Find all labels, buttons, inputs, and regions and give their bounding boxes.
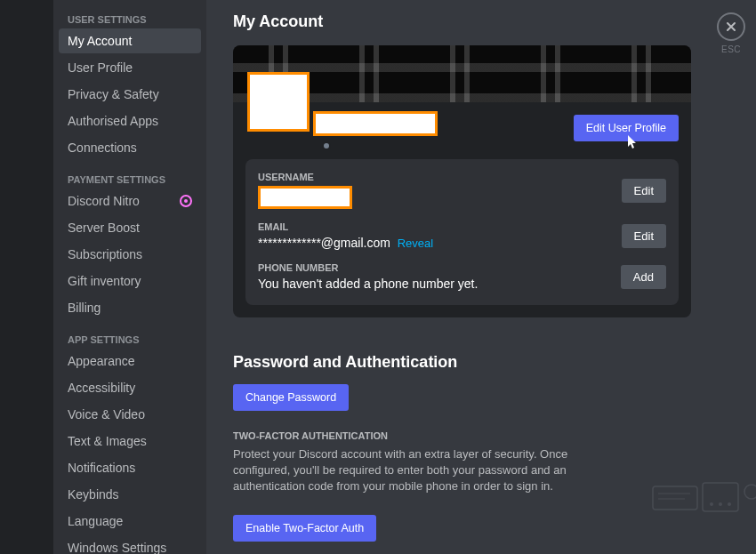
avatar[interactable] bbox=[247, 72, 310, 132]
enable-twofa-button[interactable]: Enable Two-Factor Auth bbox=[233, 515, 376, 542]
sidebar-item-label: Discord Nitro bbox=[68, 194, 140, 208]
sidebar-item-label: Server Boost bbox=[68, 221, 140, 235]
sidebar-item-user-profile[interactable]: User Profile bbox=[59, 55, 201, 80]
sidebar-item-appearance[interactable]: Appearance bbox=[59, 349, 201, 373]
sidebar-item-label: Voice & Video bbox=[68, 407, 145, 422]
svg-rect-1 bbox=[703, 483, 738, 511]
guild-rail bbox=[0, 0, 53, 554]
sidebar-item-label: Notifications bbox=[68, 461, 135, 475]
twofa-illustration bbox=[649, 479, 756, 515]
sidebar-item-privacy-safety[interactable]: Privacy & Safety bbox=[59, 82, 201, 107]
close-label: ESC bbox=[717, 44, 745, 54]
sidebar-item-label: Subscriptions bbox=[68, 247, 142, 261]
sidebar-item-label: My Account bbox=[68, 34, 132, 48]
username-value bbox=[258, 186, 352, 209]
nitro-icon bbox=[180, 195, 192, 207]
status-icon bbox=[322, 141, 331, 150]
sidebar-item-language[interactable]: Language bbox=[59, 509, 201, 534]
sidebar-item-voice-video[interactable]: Voice & Video bbox=[59, 402, 201, 427]
svg-point-6 bbox=[719, 502, 722, 506]
page-title: My Account bbox=[233, 12, 720, 31]
svg-rect-0 bbox=[653, 486, 697, 510]
edit-user-profile-button[interactable]: Edit User Profile bbox=[574, 115, 679, 141]
close-icon bbox=[725, 20, 737, 33]
twofa-label: TWO-FACTOR AUTHENTICATION bbox=[233, 430, 720, 441]
phone-label: PHONE NUMBER bbox=[258, 262, 478, 273]
username-label: USERNAME bbox=[258, 172, 352, 182]
edit-username-button[interactable]: Edit bbox=[622, 179, 666, 203]
sidebar-item-label: Keybinds bbox=[68, 487, 119, 502]
sidebar-item-keybinds[interactable]: Keybinds bbox=[59, 482, 201, 507]
sidebar-item-gift-inventory[interactable]: Gift inventory bbox=[59, 269, 201, 293]
account-fields: USERNAME Edit EMAIL *************@gmail.… bbox=[245, 159, 679, 305]
sidebar-item-discord-nitro[interactable]: Discord Nitro bbox=[59, 189, 201, 213]
sidebar-item-label: Text & Images bbox=[68, 434, 147, 448]
reveal-email-link[interactable]: Reveal bbox=[398, 237, 433, 250]
email-label: EMAIL bbox=[258, 221, 433, 232]
account-card: Edit User Profile USERNAME Edit EMAIL bbox=[233, 45, 691, 317]
sidebar-item-authorised-apps[interactable]: Authorised Apps bbox=[59, 108, 201, 133]
display-name bbox=[313, 111, 438, 136]
close-button[interactable] bbox=[717, 12, 745, 41]
sidebar-item-label: Accessibility bbox=[68, 381, 135, 395]
svg-point-2 bbox=[744, 485, 756, 499]
sidebar-item-accessibility[interactable]: Accessibility bbox=[59, 375, 201, 400]
phone-value: You haven't added a phone number yet. bbox=[258, 277, 478, 291]
sidebar-item-text-images[interactable]: Text & Images bbox=[59, 429, 201, 454]
email-value: *************@gmail.com bbox=[258, 236, 390, 250]
sidebar-item-label: Appearance bbox=[68, 354, 135, 368]
sidebar-item-my-account[interactable]: My Account bbox=[59, 28, 201, 53]
change-password-button[interactable]: Change Password bbox=[233, 384, 349, 411]
content-area: My Account Edit User Profile USERNAME bbox=[206, 0, 756, 554]
sidebar-item-label: Windows Settings bbox=[68, 541, 166, 554]
sidebar-item-label: Billing bbox=[68, 301, 101, 315]
twofa-description: Protect your Discord account with an ext… bbox=[233, 446, 589, 495]
sidebar-item-windows-settings[interactable]: Windows Settings bbox=[59, 535, 201, 554]
svg-point-5 bbox=[710, 502, 713, 506]
sidebar-item-label: Authorised Apps bbox=[68, 114, 158, 128]
sidebar-item-notifications[interactable]: Notifications bbox=[59, 455, 201, 480]
sidebar-item-label: Privacy & Safety bbox=[68, 87, 159, 101]
sidebar-item-label: Connections bbox=[68, 141, 137, 155]
sidebar-item-subscriptions[interactable]: Subscriptions bbox=[59, 242, 201, 267]
password-section-title: Password and Authentication bbox=[233, 353, 720, 372]
sidebar-item-label: User Profile bbox=[68, 60, 133, 75]
sidebar-header-payment-settings: PAYMENT SETTINGS bbox=[59, 169, 201, 189]
sidebar-item-server-boost[interactable]: Server Boost bbox=[59, 215, 201, 240]
sidebar-header-app-settings: APP SETTINGS bbox=[59, 329, 201, 349]
add-phone-button[interactable]: Add bbox=[621, 265, 666, 289]
settings-sidebar: USER SETTINGS My Account User Profile Pr… bbox=[53, 0, 206, 554]
edit-email-button[interactable]: Edit bbox=[622, 224, 666, 248]
svg-point-7 bbox=[728, 502, 731, 506]
sidebar-header-user-settings: USER SETTINGS bbox=[59, 9, 201, 28]
sidebar-item-label: Gift inventory bbox=[68, 274, 141, 288]
sidebar-item-connections[interactable]: Connections bbox=[59, 135, 201, 160]
sidebar-item-billing[interactable]: Billing bbox=[59, 295, 201, 320]
sidebar-item-label: Language bbox=[68, 514, 123, 528]
